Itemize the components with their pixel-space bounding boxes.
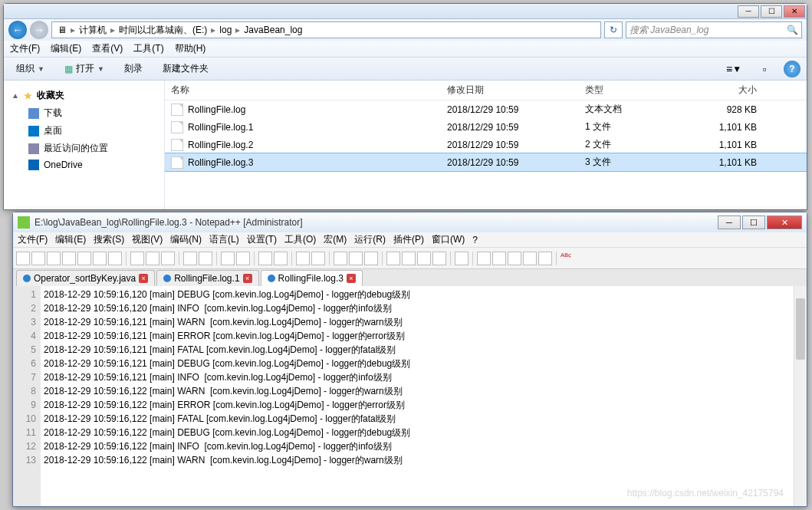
new-file-icon[interactable] <box>16 252 30 265</box>
find-icon[interactable] <box>221 252 235 265</box>
show-all-icon[interactable] <box>349 252 363 265</box>
col-date[interactable]: 修改日期 <box>441 81 579 100</box>
save-icon[interactable] <box>47 252 61 265</box>
menu-tools[interactable]: 工具(T) <box>133 42 163 55</box>
monitor-icon[interactable] <box>455 252 468 265</box>
sidebar-item-desktop[interactable]: 桌面 <box>7 122 161 140</box>
file-icon <box>163 275 171 282</box>
npp-menu-item[interactable]: 视图(V) <box>132 233 163 246</box>
undo-icon[interactable] <box>183 252 197 265</box>
npp-menu-item[interactable]: 设置(T) <box>247 233 277 246</box>
cut-icon[interactable] <box>130 252 144 265</box>
menu-view[interactable]: 查看(V) <box>92 42 123 55</box>
close-file-icon[interactable] <box>77 252 91 265</box>
sync-h-icon[interactable] <box>311 252 325 265</box>
npp-menu-item[interactable]: 运行(R) <box>354 233 386 246</box>
npp-menu-item[interactable]: 文件(F) <box>18 233 48 246</box>
sidebar-item-onedrive[interactable]: OneDrive <box>7 157 161 173</box>
close-tab-icon[interactable]: × <box>347 274 356 283</box>
maximize-button[interactable]: ☐ <box>761 5 782 18</box>
burn-button[interactable]: 刻录 <box>118 60 149 77</box>
code-content[interactable]: 2018-12-29 10:59:16,120 [main] DEBUG [co… <box>41 286 807 506</box>
save-macro-icon[interactable] <box>538 252 552 265</box>
view-mode-button[interactable]: ≡ ▼ <box>722 61 745 77</box>
search-icon[interactable]: 🔍 <box>787 25 798 35</box>
col-size[interactable]: 大小 <box>686 81 763 100</box>
file-size: 1,101 KB <box>686 121 763 133</box>
sync-v-icon[interactable] <box>296 252 310 265</box>
redo-icon[interactable] <box>199 252 212 265</box>
breadcrumb-part[interactable]: JavaBean_log <box>242 25 304 35</box>
close-button[interactable]: ✕ <box>784 5 805 18</box>
minimize-button[interactable]: ─ <box>738 5 759 18</box>
close-tab-icon[interactable]: × <box>139 274 148 283</box>
play-macro-icon[interactable] <box>508 252 521 265</box>
menu-file[interactable]: 文件(F) <box>10 42 40 55</box>
editor-area[interactable]: 12345678910111213 2018-12-29 10:59:16,12… <box>13 286 807 506</box>
file-row[interactable]: RollingFile.log2018/12/29 10:59文本文档928 K… <box>165 100 807 118</box>
back-button[interactable]: ← <box>8 21 27 39</box>
replace-icon[interactable] <box>236 252 250 265</box>
breadcrumb[interactable]: 🖥▸ 计算机▸ 时间以北幕城南、(E:)▸ log▸ JavaBean_log <box>51 21 601 38</box>
organize-button[interactable]: 组织 ▼ <box>10 60 51 77</box>
indent-guide-icon[interactable] <box>364 252 378 265</box>
npp-menu-item[interactable]: 插件(P) <box>393 233 424 246</box>
npp-menu-item[interactable]: 窗口(W) <box>432 233 465 246</box>
menu-edit[interactable]: 编辑(E) <box>51 42 81 55</box>
play-multi-icon[interactable] <box>523 252 537 265</box>
print-icon[interactable] <box>108 252 122 265</box>
file-row[interactable]: RollingFile.log.22018/12/29 10:592 文件1,1… <box>165 136 807 153</box>
npp-menu-item[interactable]: 工具(O) <box>284 233 316 246</box>
preview-pane-button[interactable]: ▫ <box>753 61 776 77</box>
doc-map-icon[interactable] <box>402 252 416 265</box>
open-file-icon[interactable] <box>31 252 45 265</box>
scroll-thumb[interactable] <box>796 298 805 360</box>
npp-menu-item[interactable]: ? <box>472 235 478 245</box>
record-macro-icon[interactable] <box>477 252 491 265</box>
wrap-icon[interactable] <box>334 252 347 265</box>
spellcheck-icon[interactable]: ᴬᴮᶜ <box>561 252 574 265</box>
npp-menu-item[interactable]: 搜索(S) <box>94 233 124 246</box>
sidebar-item-downloads[interactable]: 下载 <box>7 104 161 122</box>
save-all-icon[interactable] <box>62 252 76 265</box>
close-all-icon[interactable] <box>93 252 107 265</box>
sidebar-item-recent[interactable]: 最近访问的位置 <box>7 140 161 157</box>
folder-view-icon[interactable] <box>432 252 446 265</box>
zoom-out-icon[interactable] <box>274 252 288 265</box>
npp-minimize-button[interactable]: ─ <box>718 216 741 229</box>
file-row[interactable]: RollingFile.log.32018/12/29 10:593 文件1,1… <box>165 153 807 171</box>
npp-tab-active[interactable]: RollingFile.log.3× <box>261 270 363 286</box>
lang-icon[interactable] <box>386 252 400 265</box>
breadcrumb-part[interactable]: 时间以北幕城南、(E:) <box>117 24 209 37</box>
npp-close-button[interactable]: ✕ <box>767 216 802 229</box>
npp-menu-item[interactable]: 语言(L) <box>209 233 239 246</box>
paste-icon[interactable] <box>161 252 175 265</box>
close-tab-icon[interactable]: × <box>243 274 252 283</box>
npp-tab[interactable]: Operator_sortByKey.java× <box>16 270 155 286</box>
vertical-scrollbar[interactable] <box>794 286 807 506</box>
npp-tab[interactable]: RollingFile.log.1× <box>156 270 258 286</box>
breadcrumb-icon[interactable]: 🖥 <box>55 25 69 35</box>
new-folder-button[interactable]: 新建文件夹 <box>156 60 215 77</box>
sidebar-favorites[interactable]: ▲★收藏夹 <box>7 87 161 104</box>
search-input[interactable]: 搜索 JavaBean_log 🔍 <box>626 21 802 38</box>
menu-help[interactable]: 帮助(H) <box>175 42 206 55</box>
file-row[interactable]: RollingFile.log.12018/12/29 10:591 文件1,1… <box>165 118 807 136</box>
func-list-icon[interactable] <box>417 252 431 265</box>
forward-button[interactable]: → <box>30 21 48 39</box>
file-list[interactable]: 名称 修改日期 类型 大小 RollingFile.log2018/12/29 … <box>165 81 807 209</box>
col-type[interactable]: 类型 <box>579 81 686 100</box>
breadcrumb-part[interactable]: log <box>217 25 234 35</box>
npp-menu-item[interactable]: 编辑(E) <box>55 233 86 246</box>
stop-macro-icon[interactable] <box>492 252 506 265</box>
npp-menu-item[interactable]: 编码(N) <box>170 233 202 246</box>
zoom-in-icon[interactable] <box>258 252 272 265</box>
refresh-button[interactable]: ↻ <box>604 21 623 38</box>
npp-menu-item[interactable]: 宏(M) <box>324 233 347 246</box>
open-button[interactable]: ▦ 打开 ▼ <box>58 60 110 77</box>
npp-maximize-button[interactable]: ☐ <box>742 216 765 229</box>
help-button[interactable]: ? <box>784 61 800 77</box>
col-name[interactable]: 名称 <box>165 81 441 100</box>
breadcrumb-part[interactable]: 计算机 <box>77 24 109 37</box>
copy-icon[interactable] <box>146 252 159 265</box>
